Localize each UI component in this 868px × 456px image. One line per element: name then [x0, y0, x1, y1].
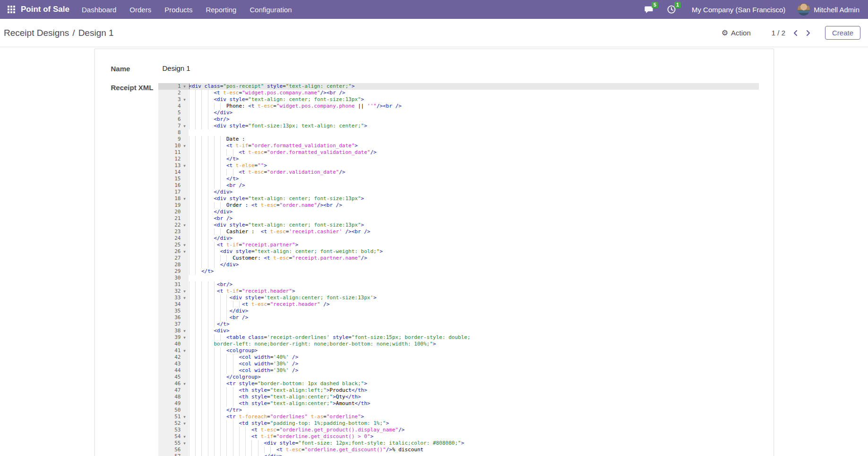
line-number[interactable]: 27	[158, 255, 189, 262]
code-text[interactable]: </div>	[189, 235, 759, 242]
line-number[interactable]: 35	[158, 308, 189, 314]
code-text[interactable]: </t>	[189, 268, 759, 275]
code-line-50[interactable]: 50 </tr>	[158, 407, 759, 414]
code-text[interactable]: <div style="font-size: 12px;font-style: …	[189, 440, 759, 447]
code-line-16[interactable]: 16 <br />	[158, 182, 759, 189]
fold-icon[interactable]: ▾	[181, 433, 189, 440]
menu-item-dashboard[interactable]: Dashboard	[82, 6, 116, 14]
code-line-14[interactable]: 14 <t t-esc="order.validation_date"/>	[158, 169, 759, 176]
fold-icon[interactable]: ▾	[181, 195, 189, 202]
code-line-5[interactable]: 5 </div>	[158, 110, 759, 116]
code-line-39[interactable]: 39▾ <table class='receipt-orderlines' st…	[158, 334, 759, 341]
code-line-56[interactable]: 56 <t t-esc="orderline.get_discount()"/>…	[158, 447, 759, 453]
code-text[interactable]: <t t-esc="orderline.get_product().displa…	[189, 427, 759, 433]
line-number[interactable]: 21	[158, 215, 189, 222]
line-number[interactable]: 34	[158, 301, 189, 308]
code-text[interactable]: <div class="pos-receipt" style="text-ali…	[189, 83, 759, 90]
code-line-22[interactable]: 22▾ <div style="text-align: center; font…	[158, 222, 759, 228]
fold-icon[interactable]: ▾	[181, 414, 189, 420]
line-number[interactable]: 57	[158, 453, 189, 456]
line-number[interactable]: 37	[158, 321, 189, 328]
line-number[interactable]: 16	[158, 182, 189, 189]
code-text[interactable]: <div style='text-align:center; font-size…	[189, 295, 759, 301]
code-line-54[interactable]: 54▾ <t t-if="orderline.get_discount() > …	[158, 433, 759, 440]
code-line-47[interactable]: 47 <th style="text-align:left;">Product<…	[158, 387, 759, 394]
code-line-29[interactable]: 29 </t>	[158, 268, 759, 275]
line-number[interactable]: 4	[158, 103, 189, 110]
company-switcher[interactable]: My Company (San Francisco)	[692, 6, 785, 14]
code-line-15[interactable]: 15 </t>	[158, 176, 759, 182]
menu-item-orders[interactable]: Orders	[129, 6, 151, 14]
fold-icon[interactable]: ▾	[181, 328, 189, 334]
line-number[interactable]: 46▾	[158, 380, 189, 387]
line-number[interactable]: 22▾	[158, 222, 189, 228]
line-number[interactable]: 19	[158, 202, 189, 209]
code-text[interactable]: </div>	[189, 308, 759, 314]
code-line-34[interactable]: 34 <t t-esc="receipt.header" />	[158, 301, 759, 308]
code-line-53[interactable]: 53 <t t-esc="orderline.get_product().dis…	[158, 427, 759, 433]
code-text[interactable]: <div style="text-align: center; font-siz…	[189, 96, 759, 103]
code-text[interactable]: <col width='30%' />	[189, 361, 759, 367]
code-text[interactable]: <br />	[189, 182, 759, 189]
code-line-38[interactable]: 38▾ <div>	[158, 328, 759, 334]
user-menu[interactable]: Mitchell Admin	[814, 6, 859, 14]
line-number[interactable]: 8	[158, 129, 189, 136]
code-line-43[interactable]: 43 <col width='30%' />	[158, 361, 759, 367]
code-text[interactable]	[189, 129, 759, 136]
code-line-9[interactable]: 9 Date :	[158, 136, 759, 143]
app-name[interactable]: Point of Sale	[21, 5, 69, 14]
menu-item-reporting[interactable]: Reporting	[206, 6, 236, 14]
code-text[interactable]: <th style="text-align:left;">Product</th…	[189, 387, 759, 394]
code-text[interactable]: <t t-esc="orderline.get_discount()"/>% d…	[189, 447, 759, 453]
code-line-11[interactable]: 11 <t t-esc="order.formatted_validation_…	[158, 149, 759, 156]
line-number[interactable]: 32▾	[158, 288, 189, 295]
code-text[interactable]: <div style="text-align: center; font-siz…	[189, 195, 759, 202]
code-line-27[interactable]: 27 Customer: <t t-esc="receipt.partner.n…	[158, 255, 759, 262]
code-text[interactable]: <br />	[189, 215, 759, 222]
line-number[interactable]: 48	[158, 394, 189, 400]
line-number[interactable]: 51▾	[158, 414, 189, 420]
code-line-57[interactable]: 57 </div>	[158, 453, 759, 456]
code-line-32[interactable]: 32▾ <t t-if="receipt.header">	[158, 288, 759, 295]
code-text[interactable]: <t t-else="">	[189, 162, 759, 169]
code-line-42[interactable]: 42 <col width='40%' />	[158, 354, 759, 361]
code-text[interactable]: Order : <t t-esc="order.name"/><br />	[189, 202, 759, 209]
fold-icon[interactable]: ▾	[181, 347, 189, 354]
code-text[interactable]: Customer: <t t-esc="receipt.partner.name…	[189, 255, 759, 262]
code-line-17[interactable]: 17 </div>	[158, 189, 759, 195]
code-line-21[interactable]: 21 <br />	[158, 215, 759, 222]
code-text[interactable]: <colgroup>	[189, 347, 759, 354]
line-number[interactable]: 26▾	[158, 248, 189, 255]
code-text[interactable]: <br/>	[189, 116, 759, 123]
line-number[interactable]: 7▾	[158, 123, 189, 129]
fold-icon[interactable]: ▾	[181, 242, 189, 248]
line-number[interactable]: 36	[158, 314, 189, 321]
code-text[interactable]: Phone: <t t-esc="widget.pos.company.phon…	[189, 103, 759, 110]
line-number[interactable]: 3▾	[158, 96, 189, 103]
code-text[interactable]: <tr style="border-bottom: 1px dashed bla…	[189, 380, 759, 387]
line-number[interactable]: 20	[158, 209, 189, 215]
line-number[interactable]: 44	[158, 367, 189, 374]
line-number[interactable]: 18▾	[158, 195, 189, 202]
code-text[interactable]: <th style="text-align:center;">Amount</t…	[189, 400, 759, 407]
code-text[interactable]: <td style="padding-top: 1%;padding-botto…	[189, 420, 759, 427]
line-number[interactable]: 1▾	[158, 83, 189, 90]
code-text[interactable]: </colgroup>	[189, 374, 759, 380]
code-text[interactable]: <t t-if="receipt.partner">	[189, 242, 759, 248]
line-number[interactable]: 12	[158, 156, 189, 162]
code-line-8[interactable]: 8	[158, 129, 759, 136]
fold-icon[interactable]: ▾	[181, 295, 189, 301]
line-number[interactable]: 42	[158, 354, 189, 361]
code-text[interactable]: <div style="text-align: center; font-wei…	[189, 248, 759, 255]
fold-icon[interactable]: ▾	[181, 222, 189, 228]
code-text[interactable]: </div>	[189, 110, 759, 116]
code-line-30[interactable]: 30	[158, 275, 759, 281]
fold-icon[interactable]: ▾	[181, 288, 189, 295]
line-number[interactable]: 13▾	[158, 162, 189, 169]
apps-menu-icon[interactable]	[8, 6, 15, 13]
user-avatar[interactable]	[798, 3, 810, 16]
line-number[interactable]: 40	[158, 341, 189, 347]
code-text[interactable]: <t t-if="receipt.header">	[189, 288, 759, 295]
code-text[interactable]	[189, 275, 759, 281]
code-line-48[interactable]: 48 <th style="text-align:center;">Qty</t…	[158, 394, 759, 400]
